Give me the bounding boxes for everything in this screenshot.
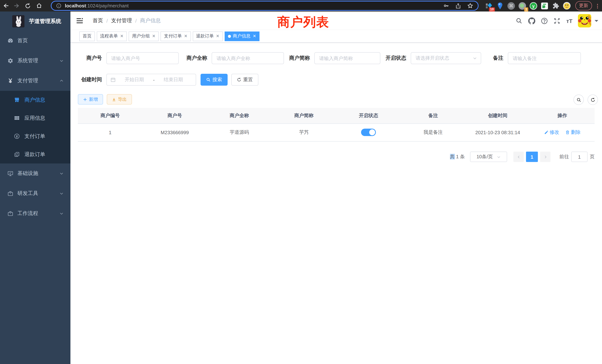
header-search-icon[interactable] (513, 11, 525, 30)
next-page-button[interactable] (540, 152, 550, 162)
sidebar-item-label: 商户信息 (24, 96, 45, 103)
user-avatar[interactable] (578, 14, 591, 27)
browser-forward-button[interactable] (11, 0, 22, 11)
app-title: 芋道管理系统 (29, 18, 61, 25)
download-icon (112, 97, 116, 101)
delete-link[interactable]: 删除 (565, 129, 580, 136)
close-icon[interactable]: ✕ (152, 34, 155, 38)
tab-process-form[interactable]: 流程表单✕ (97, 31, 127, 41)
extension-command-icon[interactable]: ⌘ (507, 2, 515, 10)
status-select[interactable]: 请选择开启状态 (411, 52, 481, 64)
cell-full-name: 芋道源码 (207, 123, 272, 141)
annotation-text: 商户列表 (277, 14, 329, 31)
tab-home[interactable]: 首页 (79, 31, 95, 41)
breadcrumb-home[interactable]: 首页 (93, 17, 103, 24)
cell-remark: 我是备注 (401, 123, 466, 141)
help-icon[interactable] (538, 11, 550, 30)
col-status: 开启状态 (336, 108, 401, 123)
url-host: localhost (65, 3, 86, 9)
close-icon[interactable]: ✕ (184, 34, 187, 38)
col-full-name: 商户全称 (207, 108, 272, 123)
browser-chrome: localhost:1024/pay/merchant 10 ⌘ 1 y 更新 … (0, 0, 602, 11)
sidebar: 芋道管理系统 首页 系统管理 支付管理 商户信息 (0, 11, 70, 364)
extension-y-icon[interactable]: y (529, 2, 538, 10)
github-icon[interactable] (525, 11, 538, 30)
browser-reload-button[interactable] (22, 0, 33, 11)
tab-pay-order[interactable]: 支付订单✕ (161, 31, 191, 41)
chevron-down-icon (59, 59, 64, 63)
sidebar-item-label: 应用信息 (24, 115, 45, 121)
extensions-puzzle-icon[interactable] (552, 2, 560, 10)
sidebar-item-pay[interactable]: 支付管理 (0, 71, 70, 91)
edit-link[interactable]: 修改 (544, 129, 559, 136)
remark-input[interactable] (508, 52, 581, 64)
sidebar-item-infra[interactable]: 基础设施 (0, 163, 70, 183)
chevron-down-icon (473, 56, 477, 60)
sidebar-item-workflow[interactable]: 工作流程 (0, 203, 70, 224)
shop-icon (14, 97, 20, 103)
extension-pin-icon[interactable] (496, 2, 504, 10)
breadcrumb-pay[interactable]: 支付管理 (111, 17, 132, 24)
navbar: 首页 / 支付管理 / 商户信息 тT (70, 11, 602, 30)
browser-menu-icon[interactable]: ⋮ (595, 3, 600, 9)
sidebar-item-merchant-info[interactable]: 商户信息 (0, 91, 70, 109)
end-date-placeholder: 结束日期 (155, 76, 192, 83)
show-search-toggle-button[interactable] (573, 95, 584, 105)
close-icon[interactable]: ✕ (216, 34, 219, 38)
close-icon[interactable]: ✕ (253, 34, 256, 38)
sidebar-item-app-info[interactable]: 应用信息 (0, 109, 70, 127)
tab-merchant-info[interactable]: 商户信息✕ (225, 31, 259, 41)
page-number-1[interactable]: 1 (526, 152, 538, 162)
url-path: :1024/pay/merchant (86, 3, 129, 9)
reset-button[interactable]: 重置 (231, 74, 258, 86)
sidebar-item-pay-order[interactable]: 支付订单 (0, 127, 70, 145)
avatar-caret-icon[interactable] (595, 20, 598, 24)
close-icon[interactable]: ✕ (120, 34, 123, 38)
add-button[interactable]: 新增 (78, 94, 103, 105)
hamburger-icon[interactable] (76, 17, 83, 24)
browser-profile-avatar[interactable] (563, 2, 571, 10)
extension-vault-icon[interactable]: 10 (485, 2, 493, 10)
browser-home-button[interactable] (33, 0, 44, 11)
tab-user-group[interactable]: 用户分组✕ (129, 31, 159, 41)
sidebar-item-refund-order[interactable]: 退款订单 (0, 145, 70, 163)
full-name-input[interactable] (212, 52, 284, 64)
bookmark-star-icon[interactable] (467, 3, 473, 9)
sidebar-item-system[interactable]: 系统管理 (0, 51, 70, 71)
password-key-icon[interactable] (443, 3, 449, 9)
search-button[interactable]: 搜索 (201, 74, 228, 86)
cell-actions: 修改 删除 (530, 123, 595, 141)
cell-merchant-no: M233666999 (142, 123, 207, 141)
sidebar-logo[interactable]: 芋道管理系统 (0, 11, 70, 31)
address-bar[interactable]: localhost:1024/pay/merchant (51, 1, 479, 11)
sidebar-item-label: 退款订单 (24, 151, 45, 158)
yuan-icon (7, 78, 13, 84)
font-size-icon[interactable]: тT (563, 11, 576, 30)
sidebar-item-dev-tools[interactable]: 研发工具 (0, 183, 70, 203)
extension-notes-icon[interactable] (540, 2, 549, 10)
refresh-icon (237, 77, 241, 82)
plus-icon (83, 97, 87, 101)
sidebar-item-home[interactable]: 首页 (0, 31, 70, 51)
page-size-select[interactable]: 10条/页 (470, 152, 507, 162)
refresh-table-button[interactable] (588, 95, 598, 105)
sidebar-item-label: 工作流程 (17, 210, 38, 217)
gear-icon (7, 58, 13, 64)
prev-page-button[interactable] (513, 152, 524, 162)
fullscreen-icon[interactable] (550, 11, 563, 30)
table-row: 1 M233666999 芋道源码 芋艿 我是备注 2021-10-23 08:… (78, 123, 595, 141)
merchant-no-input[interactable] (106, 52, 179, 64)
browser-back-button[interactable] (0, 0, 11, 11)
browser-update-button[interactable]: 更新 (575, 1, 592, 10)
share-icon[interactable] (455, 3, 461, 9)
goto-page-input[interactable] (571, 152, 588, 162)
breadcrumb-current: 商户信息 (140, 17, 161, 24)
status-toggle[interactable] (361, 129, 376, 136)
extension-tree-icon[interactable]: 1 (518, 2, 526, 10)
merchant-table: 商户编号 商户号 商户全称 商户简称 开启状态 备注 创建时间 操作 1 (78, 108, 595, 141)
col-merchant-id: 商户编号 (78, 108, 142, 123)
create-time-range-input[interactable]: 开始日期 - 结束日期 (106, 74, 196, 86)
short-name-input[interactable] (314, 52, 380, 64)
export-button[interactable]: 导出 (107, 94, 132, 105)
tab-refund-order[interactable]: 退款订单✕ (193, 31, 223, 41)
